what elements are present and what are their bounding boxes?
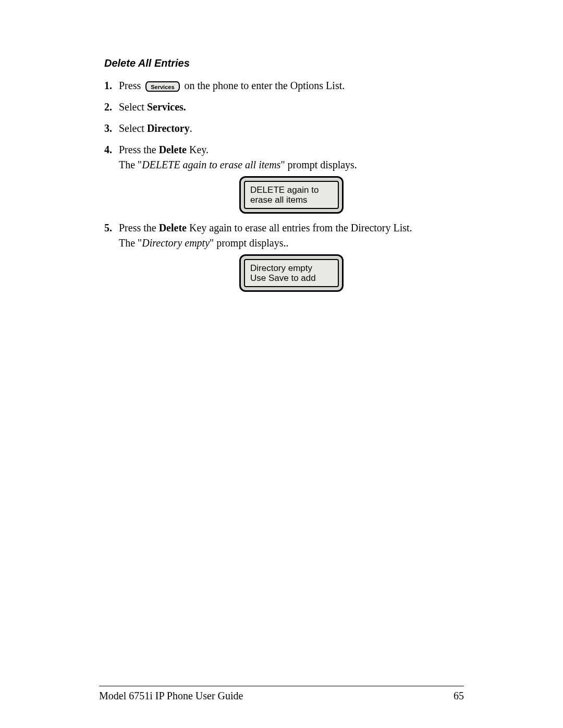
step-4-sub-italic: DELETE again to erase all items xyxy=(142,159,280,170)
phone-display-2-screen: Directory empty Use Save to add xyxy=(244,259,339,287)
step-4-text-post: Key. xyxy=(187,144,209,155)
step-2: Select Services. xyxy=(104,100,464,114)
step-2-bold: Services. xyxy=(147,101,186,113)
step-5-text-pre: Press the xyxy=(119,222,159,233)
step-5-sub-italic: Directory empty xyxy=(142,237,210,249)
page-footer: Model 6751i IP Phone User Guide 65 xyxy=(99,690,464,702)
footer-rule xyxy=(99,686,464,686)
step-3: Select Directory. xyxy=(104,121,464,135)
section-heading: Delete All Entries xyxy=(104,57,464,69)
step-4-text-pre: Press the xyxy=(119,144,159,155)
services-key-icon: Services xyxy=(145,81,179,92)
step-4-bold: Delete xyxy=(159,144,187,155)
step-5-bold: Delete xyxy=(159,222,187,233)
step-5-sub-post: " prompt displays.. xyxy=(210,237,289,249)
phone-display-2: Directory empty Use Save to add xyxy=(239,254,344,292)
phone-display-1-line2: erase all items xyxy=(250,195,333,205)
phone-display-1: DELETE again to erase all items xyxy=(239,176,344,214)
step-3-bold: Directory xyxy=(147,122,190,134)
footer-title: Model 6751i IP Phone User Guide xyxy=(99,690,243,702)
step-3-text-post: . xyxy=(190,122,192,134)
phone-display-1-line1: DELETE again to xyxy=(250,185,333,195)
step-5-sub-pre: The " xyxy=(119,237,142,249)
step-5-text-post: Key again to erase all entries from the … xyxy=(187,222,412,233)
step-3-text-pre: Select xyxy=(119,122,147,134)
phone-display-1-screen: DELETE again to erase all items xyxy=(244,181,339,209)
footer-page-number: 65 xyxy=(454,690,464,702)
step-1: Press Services on the phone to enter the… xyxy=(104,79,464,93)
step-4: Press the Delete Key. The "DELETE again … xyxy=(104,143,464,214)
phone-display-2-line1: Directory empty xyxy=(250,263,333,273)
procedure-list: Press Services on the phone to enter the… xyxy=(104,79,464,292)
step-1-text-pre: Press xyxy=(119,80,143,91)
step-1-text-post: on the phone to enter the Options List. xyxy=(185,80,345,91)
step-5: Press the Delete Key again to erase all … xyxy=(104,221,464,292)
step-4-sub-post: " prompt displays. xyxy=(280,159,357,170)
phone-display-2-line2: Use Save to add xyxy=(250,273,333,283)
document-page: Delete All Entries Press Services on the… xyxy=(0,0,563,728)
step-4-sub-pre: The " xyxy=(119,159,142,170)
step-2-text-pre: Select xyxy=(119,101,147,113)
